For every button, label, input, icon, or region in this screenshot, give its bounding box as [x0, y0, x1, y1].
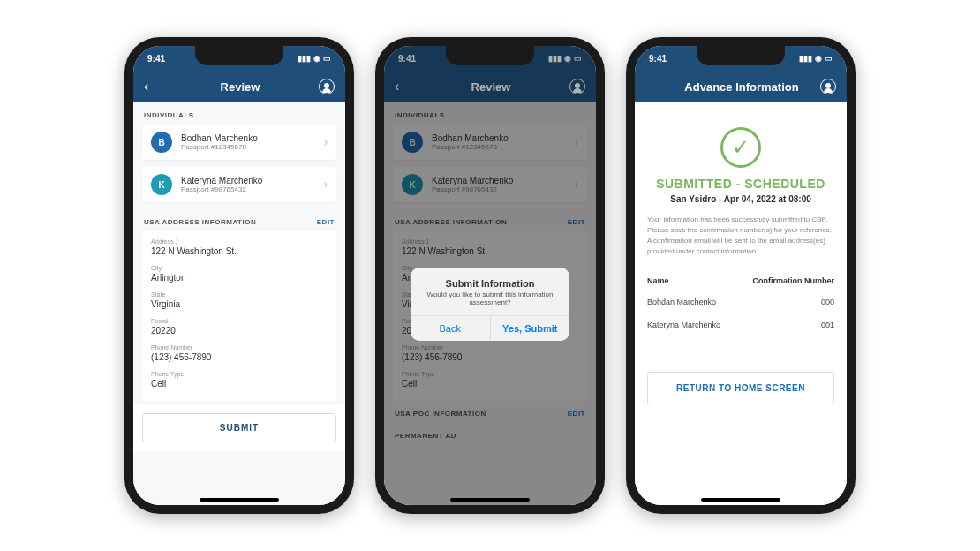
phone-review-modal: 9:41 ▮▮▮ ◉ ▭ ‹ Review INDIVIDUALS B Bodh… — [375, 37, 605, 514]
status-time: 9:41 — [649, 54, 667, 64]
navbar: Advance Information — [635, 71, 847, 102]
address-label: USA ADDRESS INFORMATION — [144, 218, 256, 226]
table-row: Kateryna Marchenko 001 — [647, 313, 834, 336]
back-icon[interactable]: ‹ — [144, 79, 162, 94]
field-value: 122 N Washington St. — [151, 246, 328, 256]
field-value: 20220 — [151, 326, 328, 336]
back-icon[interactable]: ‹ — [395, 79, 412, 94]
field-label: Phone Type — [151, 371, 328, 377]
individuals-header: INDIVIDUALS — [133, 102, 345, 125]
field-label: Postal — [151, 318, 328, 324]
content: ✓ SUBMITTED - SCHEDULED San Ysidro - Apr… — [635, 102, 847, 505]
phone-success: 9:41 ▮▮▮ ◉ ▭ Advance Information ✓ SUBMI… — [626, 37, 856, 514]
field-label: Phone Number — [151, 344, 328, 351]
phone-review: 9:41 ▮▮▮ ◉ ▭ ‹ Review INDIVIDUALS B Bodh… — [124, 37, 354, 514]
field-label: City — [151, 265, 328, 271]
signal-icon: ▮▮▮ — [799, 54, 812, 63]
modal-yes-button[interactable]: Yes, Submit — [491, 316, 570, 341]
person-name: Kateryna Marchenko — [181, 176, 262, 185]
field-label: State — [151, 291, 328, 298]
row-num: 000 — [821, 298, 834, 306]
home-indicator[interactable] — [450, 498, 530, 502]
screen: 9:41 ▮▮▮ ◉ ▭ ‹ Review INDIVIDUALS B Bodh… — [384, 46, 596, 505]
person-row[interactable]: B Bodhan Marchenko Passport #12345678 › — [142, 125, 336, 160]
modal-title: Submit Information — [411, 268, 569, 291]
signal-icon: ▮▮▮ — [298, 54, 311, 63]
notch — [446, 46, 534, 65]
page-title: Review — [162, 80, 319, 94]
row-num: 001 — [821, 321, 834, 329]
wifi-icon: ◉ — [564, 54, 571, 63]
person-sub: Passport #98765432 — [181, 185, 262, 193]
battery-icon: ▭ — [323, 54, 331, 63]
status-time: 9:41 — [147, 54, 165, 64]
success-sub: San Ysidro - Apr 04, 2022 at 08:00 — [647, 194, 834, 204]
row-name: Bohdan Marchenko — [647, 298, 716, 306]
content: INDIVIDUALS B Bodhan Marchenko Passport … — [133, 102, 345, 505]
col-name: Name — [647, 276, 669, 285]
home-indicator[interactable] — [701, 498, 780, 502]
notch — [195, 46, 283, 65]
success-body: Your information has been successfully s… — [647, 215, 834, 257]
modal-back-button[interactable]: Back — [411, 316, 491, 341]
home-indicator[interactable] — [200, 498, 279, 502]
person-row[interactable]: K Kateryna Marchenko Passport #98765432 … — [142, 167, 336, 202]
status-icons: ▮▮▮ ◉ ▭ — [298, 54, 331, 63]
field-value: Arlington — [151, 273, 328, 283]
status-icons: ▮▮▮ ◉ ▭ — [799, 54, 833, 63]
field-value: (123) 456-7890 — [151, 352, 328, 362]
profile-icon[interactable] — [569, 79, 585, 94]
wifi-icon: ◉ — [815, 54, 822, 63]
field-label: Address 1 — [151, 238, 328, 245]
edit-link[interactable]: EDIT — [317, 218, 335, 226]
profile-icon[interactable] — [319, 79, 335, 94]
field-value: Cell — [151, 379, 328, 389]
confirmation-table: Name Confirmation Number Bohdan Marchenk… — [647, 271, 834, 336]
col-conf: Confirmation Number — [752, 276, 834, 285]
check-icon: ✓ — [720, 127, 761, 168]
signal-icon: ▮▮▮ — [548, 54, 562, 63]
content: INDIVIDUALS B Bodhan Marchenko Passport … — [384, 102, 596, 505]
wifi-icon: ◉ — [313, 54, 320, 63]
battery-icon: ▭ — [825, 54, 833, 63]
person-sub: Passport #12345678 — [181, 143, 258, 151]
person-name: Bodhan Marchenko — [181, 133, 258, 143]
screen: 9:41 ▮▮▮ ◉ ▭ Advance Information ✓ SUBMI… — [635, 46, 847, 505]
page-title: Review — [412, 80, 569, 94]
status-time: 9:41 — [398, 54, 416, 64]
battery-icon: ▭ — [574, 54, 582, 63]
profile-icon[interactable] — [820, 79, 836, 94]
avatar: K — [151, 174, 172, 195]
success-status: SUBMITTED - SCHEDULED — [647, 177, 834, 191]
return-home-button[interactable]: RETURN TO HOME SCREEN — [647, 372, 834, 404]
chevron-right-icon: › — [324, 136, 328, 148]
address-header: USA ADDRESS INFORMATION EDIT — [133, 209, 345, 231]
navbar: ‹ Review — [384, 71, 596, 102]
table-row: Bohdan Marchenko 000 — [647, 291, 834, 313]
avatar: B — [151, 132, 172, 153]
submit-modal: Submit Information Would you like to sub… — [411, 268, 569, 341]
page-title: Advance Information — [663, 80, 820, 94]
notch — [697, 46, 785, 65]
modal-msg: Would you like to submit this informatio… — [411, 291, 569, 315]
field-value: Virginia — [151, 299, 328, 309]
navbar: ‹ Review — [133, 71, 345, 102]
modal-overlay: Submit Information Would you like to sub… — [384, 102, 596, 505]
screen: 9:41 ▮▮▮ ◉ ▭ ‹ Review INDIVIDUALS B Bodh… — [133, 46, 345, 505]
address-block: Address 1122 N Washington St. CityArling… — [142, 231, 336, 401]
status-icons: ▮▮▮ ◉ ▭ — [548, 54, 582, 63]
submit-button[interactable]: SUBMIT — [142, 413, 336, 442]
individuals-label: INDIVIDUALS — [144, 111, 194, 119]
chevron-right-icon: › — [324, 178, 328, 191]
row-name: Kateryna Marchenko — [647, 321, 720, 329]
